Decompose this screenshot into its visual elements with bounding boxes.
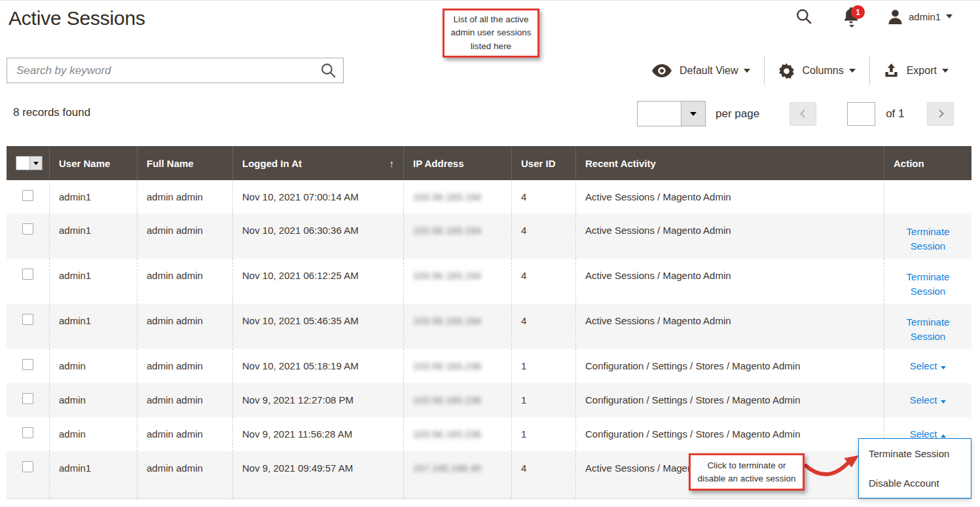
cell-user-id: 1 [511, 349, 575, 383]
action-dropdown-menu: Terminate Session Disable Account [858, 438, 971, 498]
annotation-line-1: Click to terminate or [692, 459, 801, 472]
previous-page-button[interactable] [789, 102, 816, 126]
page-of-label: of 1 [886, 107, 904, 121]
row-checkbox[interactable] [22, 314, 33, 325]
row-checkbox-cell [7, 451, 49, 498]
row-checkbox[interactable] [22, 359, 33, 370]
cell-logged-in-at: Nov 9, 2021 09:49:57 AM [232, 451, 403, 498]
view-control[interactable]: Default View [638, 64, 764, 77]
cell-user-id: 1 [511, 417, 575, 451]
cell-ip-address: 103.56.183.194 [403, 259, 511, 304]
export-control[interactable]: Export [870, 64, 962, 79]
terminate-session-link[interactable]: Terminate Session [898, 225, 958, 254]
cell-full-name: admin admin [137, 180, 232, 214]
cell-logged-in-at: Nov 10, 2021 05:18:19 AM [232, 349, 403, 383]
cell-full-name: admin admin [137, 214, 232, 259]
cell-full-name: admin admin [137, 417, 232, 451]
annotation-action-note: Click to terminate or disable an active … [689, 453, 805, 491]
columns-control[interactable]: Columns [765, 63, 869, 79]
select-all-cell [7, 146, 49, 180]
ip-obscured-value: 103.56.183.194 [413, 192, 481, 202]
cell-recent-activity: Configuration / Settings / Stores / Mage… [575, 349, 884, 383]
per-page-value [638, 102, 681, 126]
page-number-input[interactable] [847, 102, 875, 126]
annotation-arrow-icon [803, 450, 862, 481]
row-checkbox-cell [7, 417, 49, 451]
cell-user-name: admin1 [49, 451, 137, 498]
menu-item-terminate-session[interactable]: Terminate Session [859, 439, 971, 468]
caret-up-icon [941, 434, 946, 438]
column-header-full-name[interactable]: Full Name [137, 146, 232, 180]
select-action-dropdown[interactable]: Select [910, 360, 947, 371]
cell-recent-activity: Active Sessions / Magento Admin [575, 304, 884, 349]
column-header-user-id[interactable]: User ID [511, 146, 575, 180]
cell-logged-in-at: Nov 10, 2021 06:30:36 AM [232, 214, 403, 259]
table-row: admin admin admin Nov 9, 2021 12:27:08 P… [7, 383, 971, 417]
cell-logged-in-at: Nov 10, 2021 05:46:35 AM [232, 304, 403, 349]
cell-user-id: 4 [511, 304, 575, 349]
user-avatar-icon [888, 9, 903, 24]
global-search-icon[interactable] [795, 8, 812, 25]
column-header-logged-in-at[interactable]: Logged In At ↑ [232, 146, 403, 180]
search-submit-button[interactable] [313, 58, 343, 83]
select-label: Select [910, 394, 937, 405]
column-header-user-name[interactable]: User Name [49, 146, 137, 180]
cell-user-name: admin1 [49, 214, 137, 259]
terminate-session-link[interactable]: Terminate Session [898, 270, 958, 299]
row-checkbox-cell [7, 304, 49, 349]
ip-obscured-value: 103.56.183.236 [413, 429, 481, 440]
row-checkbox[interactable] [22, 190, 33, 201]
next-page-button[interactable] [927, 102, 954, 126]
per-page-label: per page [716, 107, 759, 121]
table-row: admin admin admin Nov 9, 2021 11:56:28 A… [7, 417, 971, 451]
row-checkbox[interactable] [22, 223, 33, 235]
cell-action: Terminate Session [884, 304, 971, 349]
sessions-table: User Name Full Name Logged In At ↑ IP Ad… [7, 146, 971, 499]
gear-icon [778, 63, 795, 79]
per-page-select[interactable] [637, 101, 706, 126]
cell-full-name: admin admin [137, 349, 232, 383]
cell-ip-address: 103.56.183.236 [403, 417, 511, 451]
caret-down-icon [849, 69, 856, 73]
admin-user-menu[interactable]: admin1 [888, 9, 953, 24]
logged-in-at-label: Logged In At [242, 158, 302, 169]
column-header-ip-address[interactable]: IP Address [403, 146, 511, 180]
ip-obscured-value: 103.56.183.194 [413, 271, 481, 281]
annotation-line-2: disable an active session [692, 472, 801, 485]
caret-down-icon [941, 400, 946, 404]
row-checkbox[interactable] [22, 393, 33, 404]
cell-user-id: 4 [511, 259, 575, 304]
cell-recent-activity: Active Sessions / Magento Admin [575, 259, 884, 304]
row-checkbox[interactable] [22, 461, 33, 472]
row-checkbox-cell [7, 383, 49, 417]
cell-action [884, 180, 971, 214]
terminate-session-link[interactable]: Terminate Session [898, 315, 958, 344]
ip-obscured-value: 103.56.183.236 [413, 395, 481, 405]
select-action-dropdown[interactable]: Select [910, 394, 947, 405]
menu-item-disable-account[interactable]: Disable Account [859, 468, 971, 498]
row-checkbox-cell [7, 214, 49, 259]
search-input[interactable] [7, 58, 313, 83]
table-row: admin1 admin admin Nov 10, 2021 07:00:14… [7, 180, 971, 214]
cell-ip-address: 103.56.183.236 [403, 383, 511, 417]
cell-full-name: admin admin [137, 259, 232, 304]
grid-toolbar: Default View Columns Export [638, 56, 962, 85]
notifications-bell-icon[interactable]: 1 [843, 7, 860, 26]
cell-action: Terminate Session [884, 214, 971, 259]
row-checkbox[interactable] [22, 269, 33, 280]
select-all-checkbox[interactable] [16, 156, 43, 170]
keyword-search-box [7, 58, 344, 83]
cell-recent-activity: Active Sessions / Magento Admin [575, 180, 884, 214]
column-header-recent-activity[interactable]: Recent Activity [575, 146, 884, 180]
checkbox-box[interactable] [16, 157, 29, 170]
caret-down-icon [33, 162, 39, 165]
table-header-row: User Name Full Name Logged In At ↑ IP Ad… [7, 146, 971, 180]
cell-logged-in-at: Nov 9, 2021 12:27:08 PM [232, 383, 403, 417]
per-page-dropdown-arrow [681, 102, 705, 126]
pagination-bar: per page of 1 [637, 101, 954, 126]
row-checkbox[interactable] [22, 427, 33, 438]
cell-action: Select [884, 383, 971, 417]
select-all-dropdown[interactable] [29, 157, 42, 170]
cell-user-id: 4 [511, 180, 575, 214]
cell-ip-address: 103.56.183.194 [403, 214, 511, 259]
